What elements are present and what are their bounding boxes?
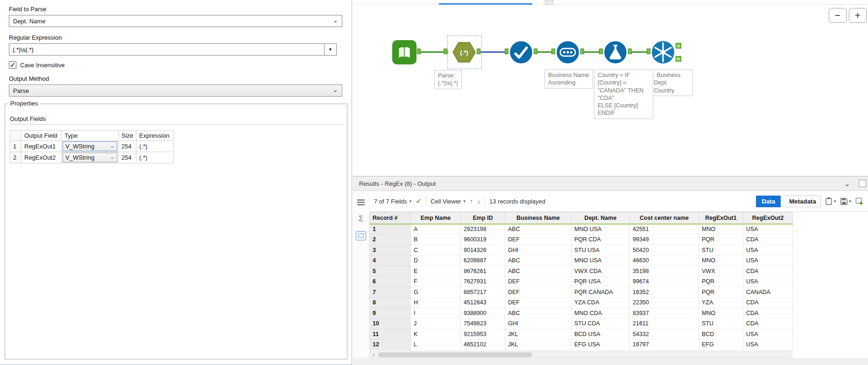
- horizontal-scrollbar[interactable]: ‹: [369, 351, 792, 358]
- grid-row[interactable]: 11K9215953JKLBCD USA54332BCDUSA: [370, 329, 793, 340]
- grid-cell[interactable]: PQR: [699, 234, 743, 245]
- grid-cell[interactable]: C: [411, 245, 461, 256]
- data-tab-button[interactable]: Data: [756, 196, 781, 207]
- collapse-chevron-icon[interactable]: ⌄: [844, 179, 850, 188]
- grid-cell[interactable]: 35198: [630, 266, 699, 277]
- grid-cell[interactable]: L: [411, 339, 461, 350]
- grid-cell[interactable]: 22350: [630, 297, 699, 308]
- record-number-cell[interactable]: 12: [370, 339, 411, 350]
- input-data-tool[interactable]: [392, 40, 416, 64]
- grid-cell[interactable]: ABC: [505, 308, 572, 319]
- grid-cell[interactable]: 9014326: [461, 245, 505, 256]
- grid-cell[interactable]: VWX CDA: [572, 266, 630, 277]
- regex-tool[interactable]: (.*): [452, 40, 476, 64]
- output-field-name-cell[interactable]: RegExOut2: [21, 152, 62, 163]
- grid-cell[interactable]: 7549823: [461, 318, 505, 329]
- grid-cell[interactable]: 54332: [630, 329, 699, 340]
- grid-cell[interactable]: 6209887: [461, 255, 505, 266]
- grid-cell[interactable]: CDA: [743, 234, 793, 245]
- next-record-icon[interactable]: ↓: [477, 197, 480, 205]
- grid-row[interactable]: 3C9014326GHISTU USA50420STUUSA: [370, 245, 793, 256]
- grid-cell[interactable]: 9600319: [461, 234, 505, 245]
- grid-cell[interactable]: DEF: [505, 287, 572, 298]
- regex-history-dropdown-button[interactable]: ▼: [325, 43, 337, 56]
- grid-row[interactable]: 8H4512643DEFYZA CDA22350YZACDA: [370, 297, 793, 308]
- grid-cell[interactable]: G: [411, 287, 461, 298]
- grid-cell[interactable]: USA: [743, 276, 793, 287]
- grid-cell[interactable]: STU CDA: [572, 318, 630, 329]
- grid-cell[interactable]: D: [411, 255, 461, 266]
- grid-cell[interactable]: GHI: [505, 245, 572, 256]
- input-anchor[interactable]: [599, 49, 603, 54]
- record-number-cell[interactable]: 8: [370, 297, 411, 308]
- grid-row[interactable]: 12L4652102JKLEFG USA16797EFGUSA: [370, 339, 793, 350]
- formula-tool[interactable]: [603, 40, 628, 64]
- results-view-profile-icon[interactable]: Σ: [356, 214, 366, 224]
- grid-cell[interactable]: H: [411, 297, 461, 308]
- grid-row[interactable]: 1A2923198ABCMNO USA42551MNOUSA: [370, 224, 793, 235]
- apply-check-icon[interactable]: ✓: [416, 197, 422, 205]
- grid-cell[interactable]: 7627931: [461, 276, 505, 287]
- cell-viewer-dropdown[interactable]: Cell Viewer ▾: [430, 198, 466, 205]
- grid-cell[interactable]: 9215953: [461, 329, 505, 340]
- grid-cell[interactable]: PQR CANADA: [572, 287, 630, 298]
- panel-options-icon[interactable]: [859, 180, 866, 187]
- tab-list-icon[interactable]: [545, 0, 553, 5]
- copy-dropdown[interactable]: ▾: [825, 197, 836, 205]
- grid-cell[interactable]: BCD USA: [572, 329, 630, 340]
- scroll-left-icon[interactable]: ‹: [370, 351, 377, 358]
- grid-cell[interactable]: USA: [743, 245, 793, 256]
- column-header[interactable]: Emp ID: [461, 212, 505, 224]
- grid-cell[interactable]: E: [411, 266, 461, 277]
- column-header[interactable]: Record #: [370, 212, 411, 224]
- grid-cell[interactable]: 83937: [630, 308, 699, 319]
- grid-cell[interactable]: ABC: [505, 255, 572, 266]
- grid-cell[interactable]: 8857217: [461, 287, 505, 298]
- grid-cell[interactable]: A: [411, 224, 461, 235]
- grid-cell[interactable]: 42551: [630, 224, 699, 235]
- grid-cell[interactable]: CDA: [743, 266, 793, 277]
- connection-regex-to-sort[interactable]: [480, 51, 505, 53]
- grid-cell[interactable]: DEF: [505, 234, 572, 245]
- record-number-cell[interactable]: 4: [370, 255, 411, 266]
- grid-cell[interactable]: JKL: [505, 339, 572, 350]
- grid-cell[interactable]: YZA CDA: [572, 297, 630, 308]
- grid-row[interactable]: 2B9600319DEFPQR CDA99349PQRCDA: [370, 234, 793, 245]
- unique-output-anchor-u[interactable]: U: [676, 43, 681, 49]
- column-header[interactable]: RegExOut2: [743, 212, 793, 224]
- record-number-cell[interactable]: 5: [370, 266, 411, 277]
- grid-cell[interactable]: STU: [699, 245, 743, 256]
- grid-row[interactable]: 10J7549823GHISTU CDA21611STUCDA: [370, 318, 793, 329]
- grid-cell[interactable]: 21611: [630, 318, 699, 329]
- grid-cell[interactable]: 4652102: [461, 339, 505, 350]
- formula-annotation[interactable]: Country = IF [Country] = "CANADA" THEN "…: [594, 70, 653, 119]
- input-anchor[interactable]: [647, 49, 650, 54]
- previous-record-icon[interactable]: ↑: [470, 197, 473, 205]
- record-number-cell[interactable]: 1: [370, 224, 411, 235]
- new-window-icon[interactable]: [855, 197, 863, 205]
- grid-cell[interactable]: MNO: [699, 255, 743, 266]
- grid-cell[interactable]: PQR: [699, 287, 743, 298]
- input-anchor[interactable]: [505, 49, 508, 54]
- output-field-name-cell[interactable]: RegExOut1: [21, 141, 62, 152]
- select-tool[interactable]: [556, 40, 580, 64]
- zoom-out-button[interactable]: −: [829, 8, 847, 23]
- active-workflow-tab[interactable]: [439, 0, 532, 5]
- grid-cell[interactable]: 50420: [630, 245, 699, 256]
- grid-cell[interactable]: 16797: [630, 339, 699, 350]
- workflow-canvas[interactable]: − + (.*): [353, 0, 868, 176]
- column-header[interactable]: Cost center name: [630, 212, 699, 224]
- grid-cell[interactable]: YZA: [699, 297, 743, 308]
- grid-cell[interactable]: 46630: [630, 255, 699, 266]
- connection-sort-to-select[interactable]: [537, 51, 551, 53]
- size-cell[interactable]: 254: [119, 141, 136, 152]
- grid-cell[interactable]: EFG USA: [572, 339, 630, 350]
- grid-cell[interactable]: JKL: [505, 329, 572, 340]
- input-anchor[interactable]: [551, 49, 555, 54]
- grid-cell[interactable]: GHI: [505, 318, 572, 329]
- grid-cell[interactable]: 8676261: [461, 266, 505, 277]
- grid-cell[interactable]: BCD: [699, 329, 743, 340]
- sort-tool[interactable]: [509, 40, 533, 64]
- grid-cell[interactable]: USA: [743, 339, 793, 350]
- zoom-in-button[interactable]: +: [849, 8, 867, 23]
